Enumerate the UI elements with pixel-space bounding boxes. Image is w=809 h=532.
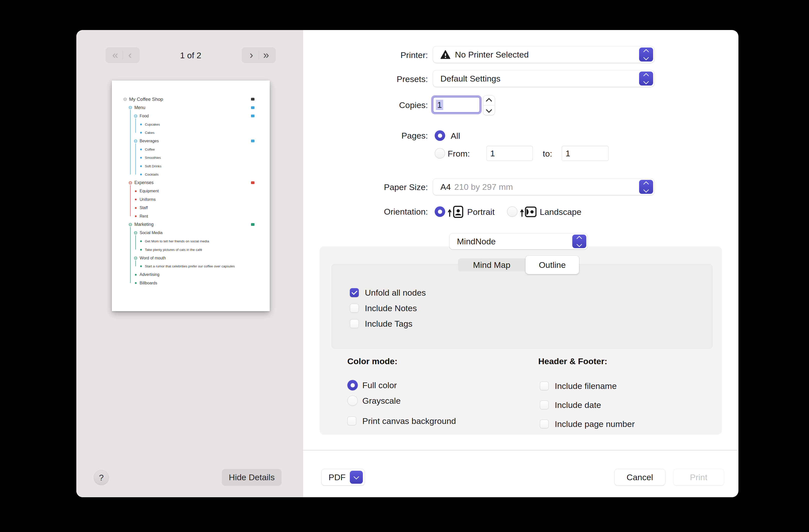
orientation-portrait-label[interactable]: Portrait — [467, 207, 495, 217]
checkbox-option-include-tags[interactable]: Include Tags — [350, 316, 426, 332]
copies-stepper[interactable] — [483, 95, 495, 115]
node-image-icon — [251, 181, 255, 184]
outline-node-label: Social Media — [140, 231, 163, 235]
bullet-icon — [139, 265, 143, 268]
option-label: Unfold all nodes — [365, 288, 426, 298]
fold-ring-icon — [128, 181, 132, 184]
hide-details-button[interactable]: Hide Details — [222, 469, 281, 485]
previous-page-icon[interactable]: ‹ — [123, 50, 137, 60]
chevron-down-icon[interactable] — [350, 471, 363, 484]
checkbox[interactable] — [347, 416, 356, 425]
pages-from-radio[interactable] — [435, 148, 445, 159]
tab-mind-map[interactable]: Mind Map — [458, 259, 526, 271]
printer-label: Printer: — [328, 50, 428, 60]
screenshot-stage: « ‹ 1 of 2 › » My Coffee ShopMenuFoodCup… — [0, 0, 809, 532]
presets-label: Presets: — [328, 74, 428, 84]
checkbox-option-include-page-number[interactable]: Include page number — [540, 414, 635, 433]
pdf-menu-button[interactable]: PDF — [322, 469, 365, 485]
bullet-icon — [134, 215, 137, 218]
checkbox[interactable] — [350, 304, 359, 313]
bullet-icon — [139, 248, 143, 251]
checkbox[interactable] — [540, 382, 549, 390]
copies-value: 1 — [436, 100, 443, 110]
pages-to-input[interactable]: 1 — [562, 146, 608, 161]
outline-row: Uniforms — [112, 195, 270, 203]
presets-popup[interactable]: Default Settings — [433, 70, 654, 87]
header-footer-options: Include filenameInclude dateInclude page… — [540, 376, 635, 433]
next-page-icon[interactable]: › — [244, 50, 259, 60]
node-image-icon — [251, 223, 255, 226]
popup-chevrons-icon[interactable] — [639, 48, 653, 61]
print-dialog: « ‹ 1 of 2 › » My Coffee ShopMenuFoodCup… — [76, 30, 738, 497]
popup-chevrons-icon[interactable] — [639, 72, 653, 86]
stepper-down-icon[interactable] — [483, 106, 495, 115]
outline-row: My Coffee Shop — [112, 95, 270, 103]
app-popup[interactable]: MindNode — [449, 233, 587, 249]
pages-all-radio[interactable] — [435, 130, 445, 141]
outline-row: Expenses — [112, 179, 270, 187]
checkbox-option-include-filename[interactable]: Include filename — [540, 376, 635, 395]
preview-panel: « ‹ 1 of 2 › » My Coffee ShopMenuFoodCup… — [76, 30, 303, 497]
radio-button[interactable] — [347, 395, 358, 406]
outline-node-label: Take plenty pictures of cats in the café — [145, 248, 202, 252]
pages-from-input[interactable]: 1 — [487, 146, 533, 161]
paper-size-label: Paper Size: — [328, 182, 428, 192]
radio-button[interactable] — [347, 380, 358, 390]
option-label: Include Tags — [365, 319, 412, 329]
warning-icon — [441, 50, 450, 59]
pdf-label: PDF — [329, 473, 346, 482]
checkbox-option-unfold-all-nodes[interactable]: Unfold all nodes — [350, 285, 426, 300]
tab-outline[interactable]: Outline — [526, 255, 579, 274]
outline-node-label: Equipment — [140, 189, 159, 193]
portrait-orientation-icon — [448, 205, 464, 218]
popup-chevrons-icon[interactable] — [639, 180, 653, 194]
orientation-landscape-label[interactable]: Landscape — [540, 207, 581, 217]
print-button[interactable]: Print — [673, 469, 724, 485]
radio-option-full-color[interactable]: Full color — [347, 377, 456, 393]
checkbox[interactable] — [540, 420, 549, 428]
page-nav-forward-group[interactable]: › » — [242, 47, 276, 63]
checkbox[interactable] — [350, 288, 359, 297]
outline-row: Marketing — [112, 220, 270, 229]
branch-rail — [130, 110, 131, 174]
popup-chevrons-icon[interactable] — [572, 235, 586, 248]
copies-input[interactable]: 1 — [433, 97, 480, 112]
pages-all-label[interactable]: All — [451, 130, 460, 141]
header-footer-heading: Header & Footer: — [538, 356, 607, 366]
outline-node-label: Coffee — [145, 147, 155, 151]
radio-option-grayscale[interactable]: Grayscale — [347, 393, 456, 408]
bullet-icon — [134, 198, 137, 201]
landscape-orientation-icon — [520, 205, 536, 218]
stepper-up-icon[interactable] — [483, 96, 495, 105]
checkbox[interactable] — [350, 319, 359, 328]
page-nav-back-group[interactable]: « ‹ — [106, 47, 140, 63]
option-label: Include date — [555, 400, 601, 410]
printer-value: No Printer Selected — [455, 50, 529, 59]
app-popup-value: MindNode — [457, 236, 496, 246]
export-mode-tabs[interactable]: Mind Map Outline — [458, 259, 579, 271]
outline-row: Menu — [112, 104, 270, 112]
fold-ring-icon — [134, 256, 137, 260]
paper-size-popup[interactable]: A4 210 by 297 mm — [433, 179, 654, 195]
color-mode-heading: Color mode: — [347, 356, 397, 366]
checkbox-option-include-notes[interactable]: Include Notes — [350, 300, 426, 316]
checkbox[interactable] — [540, 401, 549, 409]
outline-node-label: Cocktails — [145, 173, 159, 176]
node-image-icon — [251, 140, 255, 142]
outline-node-label: Soft Drinks — [145, 164, 161, 168]
cancel-button[interactable]: Cancel — [615, 469, 665, 485]
pages-to-value: 1 — [566, 148, 570, 158]
help-button[interactable]: ? — [94, 470, 109, 485]
footer-divider — [303, 450, 738, 450]
option-label: Include Notes — [365, 303, 417, 313]
checkbox-option-include-date[interactable]: Include date — [540, 395, 635, 414]
checkbox-option-print-canvas-background[interactable]: Print canvas background — [347, 413, 456, 429]
outline-node-label: Billboards — [140, 281, 157, 285]
orientation-label: Orientation: — [328, 207, 428, 217]
bullet-icon — [134, 281, 137, 285]
last-page-icon[interactable]: » — [259, 50, 274, 60]
orientation-landscape-radio[interactable] — [507, 206, 517, 217]
first-page-icon[interactable]: « — [108, 50, 123, 60]
orientation-portrait-radio[interactable] — [435, 206, 445, 217]
printer-popup[interactable]: No Printer Selected — [433, 46, 654, 63]
